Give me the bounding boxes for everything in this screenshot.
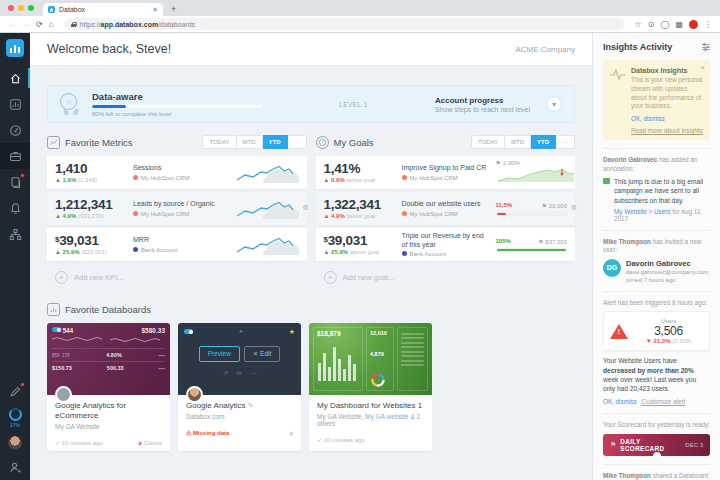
sidebar-item-invite[interactable] <box>0 454 30 480</box>
browser-menu-icon[interactable]: ⋮ <box>704 20 712 29</box>
favorite-star-icon[interactable]: ★ <box>289 328 295 336</box>
databoard-card-websites[interactable]: $18,879 12,010 4,879 <box>309 323 432 451</box>
tag-icon[interactable]: ⬗ <box>288 429 293 436</box>
level-progress-bar <box>92 105 262 108</box>
board-tag[interactable]: ⬗ Clients <box>137 439 162 446</box>
goal-flag-icon: ⚑ <box>496 159 501 166</box>
account-progress-label: Account progress <box>435 96 530 105</box>
databoard-title[interactable]: Google Analytics ✎ <box>186 401 293 411</box>
annotation-link[interactable]: My Website > Users <box>614 208 670 215</box>
extension-icon-2[interactable]: ◯ <box>660 20 669 29</box>
metric-row-leads[interactable]: 1,212,341 ▲ 4.9% (933,270) Leads by sour… <box>47 192 307 225</box>
goal-row-revenue[interactable]: $39,031 ▲ 25.9% above goal Triple our Re… <box>316 228 576 261</box>
metrics-period-today[interactable]: TODAY <box>202 135 236 149</box>
tab-title: Databox <box>59 6 148 13</box>
databoard-preview-hover: + ★ Preview ✕ Edit ↗ ▭ ⋯ <box>178 323 301 395</box>
hubspot-icon <box>133 175 138 180</box>
alert-dismiss-link[interactable]: OK, dismiss <box>603 398 637 405</box>
dismiss-link[interactable]: OK, dismiss <box>631 115 665 122</box>
bell-icon <box>9 202 22 215</box>
metric-name: Sessions <box>133 164 221 172</box>
row-settings-gear-icon[interactable]: ⚙ <box>302 204 308 212</box>
forward-icon[interactable]: → <box>22 20 30 29</box>
activity-annotation: Davorin Gabrovec has added an annotation… <box>603 148 710 222</box>
goal-row-signup-cr[interactable]: 1,41% ▲ 0.9% below goal Improve Signup t… <box>316 156 576 189</box>
goal-name: Improve Signup to Paid CR <box>402 164 490 172</box>
alert-card[interactable]: Users 3,506 ▼ 21,3% (2,509) <box>603 311 710 351</box>
preview-toggle-icon[interactable] <box>184 329 193 334</box>
tab-close-icon[interactable]: ✕ <box>152 6 158 14</box>
goals-period-ytd[interactable]: YTD <box>531 135 556 149</box>
edit-button[interactable]: ✕ Edit <box>244 346 280 362</box>
pulse-icon <box>610 67 626 134</box>
comment-icon <box>603 178 610 184</box>
metrics-period-mtd[interactable]: MTD <box>237 135 263 149</box>
rename-pencil-icon[interactable]: ✎ <box>248 402 254 409</box>
sidebar-item-goals-gauge[interactable] <box>0 117 30 143</box>
activity-invite: Mike Thompson has invited a new user: DG… <box>603 230 710 283</box>
insights-card-title: Databox Insights <box>631 67 703 74</box>
alert-customize-link[interactable]: Customize alert <box>642 398 686 405</box>
window-controls[interactable] <box>8 5 34 11</box>
metric-value: $39,031 <box>55 234 133 248</box>
bookmark-star-icon[interactable]: ☆ <box>635 20 642 29</box>
share-icon[interactable]: ↗ <box>223 369 228 376</box>
address-bar[interactable]: https://app.databox.com/databoards <box>64 18 625 30</box>
add-new-goal[interactable]: + Add new goal... <box>316 264 576 290</box>
read-more-link[interactable]: Read more about insights <box>631 127 703 134</box>
databoard-title[interactable]: Google Analytics for eCommerce <box>55 401 162 421</box>
goals-period-today[interactable]: TODAY <box>471 135 505 149</box>
databoard-card-ga-ecommerce[interactable]: 544 $580.33 859 178 4.80% ▪▪▪▪ <box>47 323 170 451</box>
invite-user-icon <box>9 461 22 474</box>
back-icon[interactable]: ← <box>8 20 16 29</box>
sparkline-chart <box>233 235 299 255</box>
metrics-period-more[interactable]: ··· <box>288 135 307 149</box>
sidebar-item-databoards[interactable] <box>0 143 30 169</box>
close-window-button[interactable] <box>8 5 14 11</box>
preview-button[interactable]: Preview <box>199 346 240 362</box>
goals-period-more[interactable]: ··· <box>556 135 575 149</box>
zoom-window-button[interactable] <box>28 5 34 11</box>
goal-row-website-users[interactable]: 1,322,341 ▲ 4.9% below goal Double our w… <box>316 192 576 225</box>
row-settings-gear-icon[interactable]: ⚙ <box>571 204 577 212</box>
reload-icon[interactable]: ⟳ <box>36 20 43 29</box>
sidebar-item-alerts[interactable] <box>0 169 30 195</box>
filter-sliders-icon[interactable] <box>702 44 710 50</box>
user-avatar[interactable] <box>8 436 22 450</box>
display-icon[interactable]: ▭ <box>236 369 242 376</box>
add-new-kpi[interactable]: + Add new KPI... <box>47 264 307 290</box>
expand-banner-button[interactable]: ▾ <box>546 96 562 112</box>
add-databoard-icon[interactable]: + <box>239 327 244 336</box>
warning-icon: ⚠ <box>186 430 191 436</box>
more-options-icon[interactable]: ⋯ <box>250 369 256 376</box>
company-name[interactable]: ACME Company <box>515 45 575 54</box>
browser-profile-avatar[interactable] <box>689 20 698 29</box>
browser-tab[interactable]: Databox ✕ <box>43 3 163 16</box>
databoard-card-google-analytics[interactable]: + ★ Preview ✕ Edit ↗ ▭ ⋯ <box>178 323 301 451</box>
sidebar-setup-progress[interactable]: 17% <box>9 408 22 428</box>
close-icon[interactable]: ✕ <box>700 64 705 71</box>
metrics-period-ytd[interactable]: YTD <box>263 135 288 149</box>
databoard-title[interactable]: My Dashboard for Websites 1 <box>317 401 424 411</box>
sidebar-item-notifications[interactable] <box>0 195 30 221</box>
sidebar-item-integrations[interactable] <box>0 221 30 247</box>
apps-grid-icon[interactable]: ▦ <box>675 20 683 29</box>
home-icon[interactable]: ⌂ <box>49 20 54 29</box>
minimize-window-button[interactable] <box>18 5 24 11</box>
metric-row-mrr[interactable]: $39,031 ▲ 25.9% ($29,001) MRR Bank Accou… <box>47 228 307 261</box>
daily-scorecard-banner[interactable]: ⚑ DAILY SCORECARD DEC 3 <box>603 434 710 456</box>
extension-icon[interactable]: ⊙ <box>648 20 655 29</box>
stack-icon <box>9 176 22 189</box>
invited-user-name[interactable]: Davorin Gabrovec <box>626 259 708 268</box>
plus-circle-icon: + <box>324 271 337 284</box>
sidebar-item-metrics[interactable] <box>0 91 30 117</box>
databoard-sources: My GA Website, My GA website & 2 others <box>317 413 424 427</box>
goals-period-mtd[interactable]: MTD <box>505 135 531 149</box>
new-tab-button[interactable]: + <box>171 4 176 14</box>
sidebar-item-home[interactable] <box>0 65 30 91</box>
databox-logo[interactable] <box>6 39 24 57</box>
metric-row-sessions[interactable]: 1,410 ▲ 1.9% (1,349) Sessions My HubSpot… <box>47 156 307 189</box>
favorite-databoards-title: Favorite Databoards <box>65 304 575 315</box>
sidebar-item-feedback[interactable] <box>0 378 30 404</box>
my-goals-title: My Goals <box>334 137 471 148</box>
